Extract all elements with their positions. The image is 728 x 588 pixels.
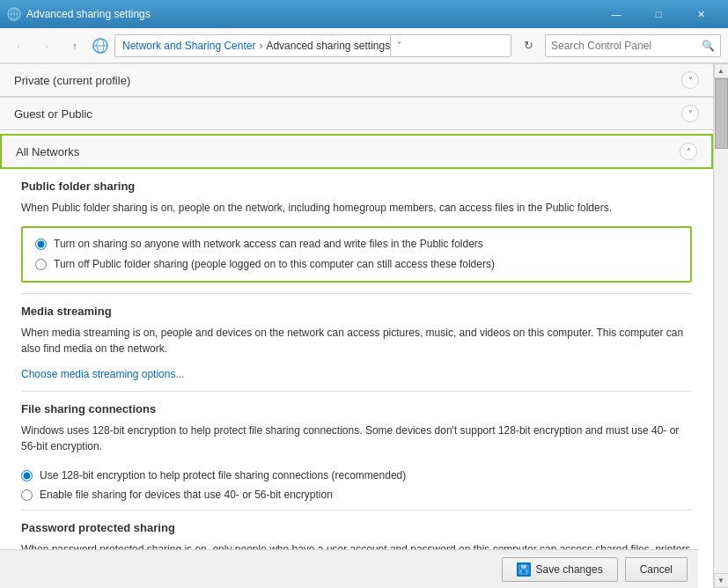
media-streaming-title: Media streaming <box>21 305 692 318</box>
password-sharing-title: Password protected sharing <box>21 521 692 534</box>
private-section-title: Private (current profile) <box>14 74 681 87</box>
cancel-button[interactable]: Cancel <box>625 557 688 582</box>
file-sharing-option1-label: Use 128-bit encryption to help protect f… <box>40 468 406 483</box>
divider1 <box>21 293 692 294</box>
file-sharing-radio1[interactable] <box>21 470 33 481</box>
scrollbar: ▲ ▼ <box>713 63 728 588</box>
file-sharing-option2: Enable file sharing for devices that use… <box>21 488 692 503</box>
public-folder-radio-group: Turn on sharing so anyone with network a… <box>21 226 692 283</box>
file-sharing-title: File sharing connections <box>21 402 692 415</box>
breadcrumb-item-network[interactable]: Network and Sharing Center <box>122 40 255 52</box>
location-icon <box>92 37 109 55</box>
scrollbar-thumb[interactable] <box>715 78 728 149</box>
refresh-button[interactable]: ↻ <box>517 34 540 57</box>
guest-section-header[interactable]: Guest or Public ˅ <box>0 97 713 130</box>
search-box: 🔍 <box>545 34 721 57</box>
main-content: Private (current profile) ˅ Guest or Pub… <box>0 63 728 588</box>
search-input[interactable] <box>551 40 702 52</box>
file-sharing-option2-label: Enable file sharing for devices that use… <box>40 488 333 503</box>
breadcrumb-chevron[interactable]: ˅ <box>390 34 408 57</box>
forward-button[interactable]: › <box>35 34 58 57</box>
media-streaming-description: When media streaming is on, people and d… <box>21 325 692 356</box>
public-folder-radio2[interactable] <box>35 259 47 270</box>
file-sharing-option1: Use 128-bit encryption to help protect f… <box>21 468 692 483</box>
private-section-header[interactable]: Private (current profile) ˅ <box>0 63 713 97</box>
all-networks-section-header[interactable]: All Networks ˄ <box>0 134 713 169</box>
window-controls: — □ ✕ <box>596 0 721 28</box>
public-folder-option2-label: Turn off Public folder sharing (people l… <box>54 257 495 272</box>
content-area: Private (current profile) ˅ Guest or Pub… <box>0 63 713 588</box>
file-sharing-radio2[interactable] <box>21 489 33 501</box>
media-streaming-link[interactable]: Choose media streaming options... <box>21 368 184 380</box>
divider3 <box>21 510 692 511</box>
breadcrumb-current: Advanced sharing settings <box>266 40 390 52</box>
file-sharing-options: Use 128-bit encryption to help protect f… <box>21 465 692 507</box>
back-button[interactable]: ‹ <box>7 34 30 57</box>
file-sharing-description: Windows uses 128-bit encryption to help … <box>21 423 692 454</box>
window-title: Advanced sharing settings <box>26 8 596 20</box>
title-bar: Advanced sharing settings — □ ✕ <box>0 0 728 28</box>
up-button[interactable]: ↑ <box>63 34 86 57</box>
guest-chevron[interactable]: ˅ <box>681 105 699 122</box>
scroll-down-button[interactable]: ▼ <box>714 573 729 588</box>
public-folder-radio1[interactable] <box>35 239 47 250</box>
save-button[interactable]: Save changes <box>502 557 618 582</box>
public-folder-option1-label: Turn on sharing so anyone with network a… <box>54 237 483 252</box>
all-networks-chevron[interactable]: ˄ <box>680 143 697 160</box>
maximize-button[interactable]: □ <box>638 0 679 28</box>
guest-section-title: Guest or Public <box>14 107 681 121</box>
public-folder-option1: Turn on sharing so anyone with network a… <box>35 237 678 252</box>
search-icon: 🔍 <box>702 40 715 52</box>
divider2 <box>21 391 692 392</box>
window-icon <box>7 7 21 21</box>
breadcrumb-separator: › <box>259 40 262 52</box>
all-networks-title: All Networks <box>16 145 680 158</box>
bottom-bar: Save changes Cancel <box>0 549 698 588</box>
svg-rect-10 <box>522 570 526 573</box>
svg-rect-8 <box>521 565 526 569</box>
close-button[interactable]: ✕ <box>680 0 721 28</box>
all-networks-content: Public folder sharing When Public folder… <box>0 169 713 588</box>
save-icon <box>517 562 531 577</box>
save-button-label: Save changes <box>536 563 603 576</box>
address-bar: ‹ › ↑ Network and Sharing Center › Advan… <box>0 28 728 63</box>
minimize-button[interactable]: — <box>596 0 636 28</box>
breadcrumb-bar: Network and Sharing Center › Advanced sh… <box>114 34 511 57</box>
public-folder-description: When Public folder sharing is on, people… <box>21 200 692 216</box>
public-folder-title: Public folder sharing <box>21 180 692 193</box>
private-chevron[interactable]: ˅ <box>681 71 699 89</box>
public-folder-option2: Turn off Public folder sharing (people l… <box>35 257 678 272</box>
scroll-up-button[interactable]: ▲ <box>714 63 729 78</box>
scrollbar-track[interactable] <box>714 78 728 573</box>
